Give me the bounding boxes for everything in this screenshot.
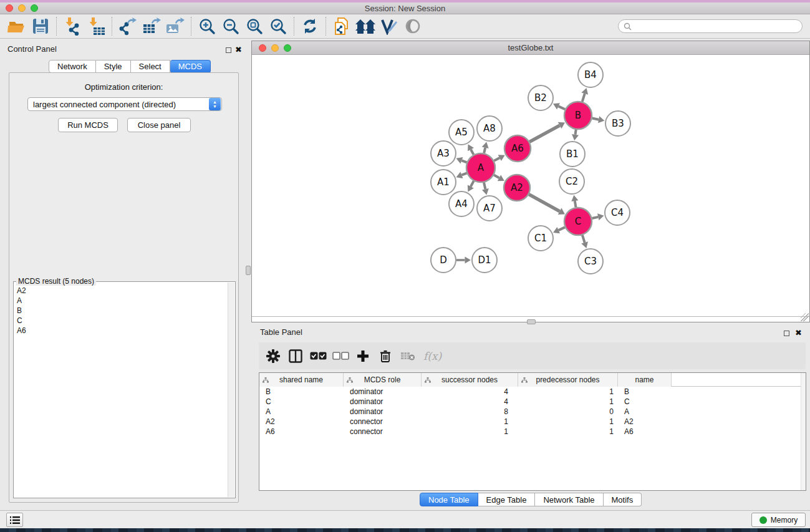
node-label-C3: C3 <box>584 256 597 267</box>
column-header-label: successor nodes <box>422 375 518 384</box>
edge-A-A1[interactable] <box>461 173 466 175</box>
edge-C-C4[interactable] <box>592 217 598 218</box>
import-network-button[interactable] <box>60 16 84 37</box>
function-builder-button[interactable]: f(x) <box>423 350 441 362</box>
control-panel-tab-network[interactable]: Network <box>49 60 96 73</box>
mcds-result-item[interactable]: B <box>17 306 235 316</box>
dropdown-stepper-icon: ▲▼ <box>209 98 221 110</box>
edge-B-B3[interactable] <box>592 118 599 120</box>
optimization-criterion-dropdown[interactable]: largest connected component (directed) ▲… <box>27 97 222 111</box>
edge-C-C3[interactable] <box>582 235 585 243</box>
birds-eye-view-button[interactable] <box>401 16 425 37</box>
column-header-name[interactable]: name <box>618 373 672 387</box>
save-session-button[interactable] <box>29 16 52 37</box>
show-columns-button[interactable] <box>286 347 305 365</box>
table-tab-network-table[interactable]: Network Table <box>535 493 603 506</box>
close-panel-icon[interactable]: ✖ <box>235 45 242 54</box>
edge-B-B2[interactable] <box>559 106 566 109</box>
select-all-button[interactable] <box>309 347 327 365</box>
table-settings-button[interactable] <box>264 347 282 365</box>
minimize-network-button[interactable] <box>271 44 279 52</box>
close-panel-button[interactable]: Close panel <box>127 118 191 132</box>
search-input[interactable] <box>635 22 797 31</box>
table-row[interactable]: Adominator80A <box>259 407 806 417</box>
mcds-result-item[interactable]: A2 <box>17 286 235 296</box>
table-scrollbar[interactable] <box>801 373 806 490</box>
control-panel-tabs: NetworkStyleSelectMCDS <box>49 60 211 73</box>
home-button[interactable] <box>354 16 377 37</box>
import-network-icon <box>63 17 82 36</box>
table-row[interactable]: A6connector11A6 <box>259 427 806 437</box>
edge-C-C2[interactable] <box>575 201 576 207</box>
import-table-button[interactable] <box>84 16 108 37</box>
hide-graphics-details-button[interactable] <box>377 16 401 37</box>
minimize-window-button[interactable] <box>18 4 26 12</box>
export-table-button[interactable] <box>140 16 163 37</box>
edge-C-C1[interactable] <box>559 227 565 230</box>
memory-button[interactable]: Memory <box>751 513 806 527</box>
zoom-fit-button[interactable] <box>243 16 266 37</box>
run-mcds-button[interactable]: Run MCDS <box>58 118 118 132</box>
edge-B-B1[interactable] <box>576 130 576 135</box>
search-field[interactable] <box>618 19 803 33</box>
close-network-button[interactable] <box>259 44 266 52</box>
mcds-result-item[interactable]: A6 <box>17 326 235 336</box>
float-panel-icon[interactable] <box>226 47 231 53</box>
close-window-button[interactable] <box>6 4 13 12</box>
edge-B-B4[interactable] <box>582 94 585 102</box>
export-image-button[interactable] <box>163 16 187 37</box>
column-header-MCDS-role[interactable]: MCDS role <box>344 373 422 387</box>
column-header-shared-name[interactable]: shared name <box>259 373 344 387</box>
close-table-panel-icon[interactable]: ✖ <box>795 328 802 337</box>
main-toolbar <box>0 14 810 39</box>
network-graph[interactable]: B4B2BB3A8A5A6A3B1AC2A1A2A4A7C4CC1DD1C3 <box>252 55 809 311</box>
hierarchy-icon <box>521 377 528 383</box>
zoom-window-button[interactable] <box>31 4 38 12</box>
mcds-result-scrollbar[interactable] <box>228 283 234 497</box>
column-header-predecessor-nodes[interactable]: predecessor nodes <box>518 373 618 387</box>
table-cell: 1 <box>518 427 618 437</box>
edge-A2-C[interactable] <box>529 195 559 211</box>
network-canvas[interactable]: B4B2BB3A8A5A6A3B1AC2A1A2A4A7C4CC1DD1C3 <box>252 55 809 316</box>
control-panel-tab-mcds[interactable]: MCDS <box>170 60 211 73</box>
resize-grip-icon[interactable] <box>801 313 809 321</box>
table-row[interactable]: Bdominator41B <box>259 387 806 397</box>
table-tab-motifs[interactable]: Motifs <box>604 493 642 506</box>
apply-layout-button[interactable] <box>298 16 322 37</box>
edge-A-A4[interactable] <box>471 181 474 186</box>
column-header-successor-nodes[interactable]: successor nodes <box>422 373 518 387</box>
export-network-button[interactable] <box>116 16 140 37</box>
table-tab-node-table[interactable]: Node Table <box>420 493 478 506</box>
zoom-selected-button[interactable] <box>266 16 290 37</box>
delete-column-button[interactable] <box>376 347 395 365</box>
edge-A6-B[interactable] <box>529 125 559 142</box>
edge-A-A6[interactable] <box>494 158 499 161</box>
zoom-out-button[interactable] <box>219 16 243 37</box>
edge-A-A5[interactable] <box>471 150 473 155</box>
deselect-all-button[interactable] <box>331 347 350 365</box>
edge-A-A2[interactable] <box>494 175 499 178</box>
edge-A-A8[interactable] <box>484 148 485 153</box>
table-tab-edge-table[interactable]: Edge Table <box>478 493 536 506</box>
float-table-panel-icon[interactable] <box>784 331 789 336</box>
mcds-result-item[interactable]: C <box>17 316 235 326</box>
control-panel-tab-select[interactable]: Select <box>131 60 170 73</box>
control-panel-tab-style[interactable]: Style <box>96 60 131 73</box>
mcds-result-item[interactable]: A <box>17 296 235 306</box>
horizontal-splitter-handle[interactable] <box>527 319 536 324</box>
node-table[interactable]: shared nameMCDS rolesuccessor nodesprede… <box>259 372 806 491</box>
edge-A-A3[interactable] <box>461 160 466 162</box>
create-column-button[interactable] <box>354 347 372 365</box>
table-row[interactable]: Cdominator41C <box>259 397 806 407</box>
zoom-network-button[interactable] <box>284 44 291 52</box>
clone-network-button[interactable] <box>330 16 354 37</box>
delete-table-button[interactable] <box>398 347 417 365</box>
node-label-C4: C4 <box>611 207 624 218</box>
open-session-button[interactable] <box>5 16 29 37</box>
vertical-splitter-handle[interactable] <box>246 266 251 275</box>
edge-A-A7[interactable] <box>484 182 485 189</box>
table-row[interactable]: A2connector11A2 <box>259 417 806 427</box>
zoom-in-button[interactable] <box>195 16 219 37</box>
show-panels-button[interactable] <box>6 513 23 527</box>
network-window-titlebar[interactable]: testGlobe.txt <box>252 41 809 55</box>
